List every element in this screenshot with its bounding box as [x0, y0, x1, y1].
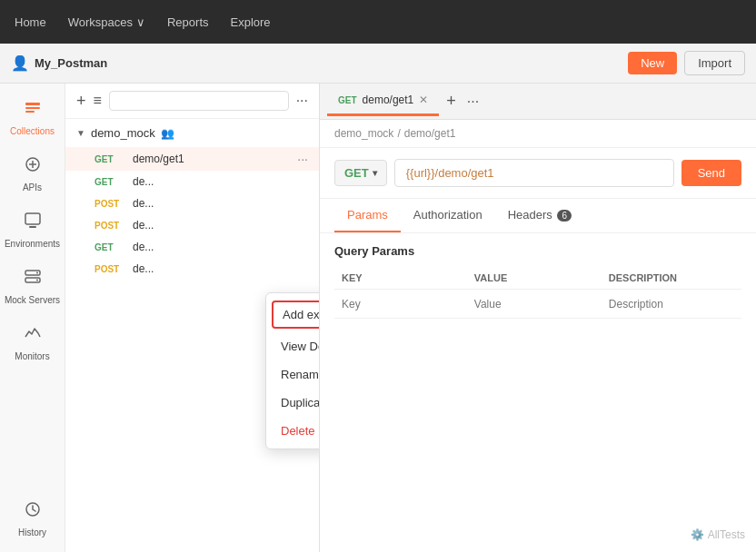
col-description: DESCRIPTION	[602, 267, 741, 290]
param-row	[334, 290, 741, 319]
delete-label: Delete	[281, 424, 315, 438]
method-select[interactable]: GET ▾	[334, 160, 387, 186]
tab-method: GET	[338, 95, 357, 105]
url-bar: GET ▾ Send	[320, 148, 756, 199]
request-name-5: de...	[133, 241, 308, 253]
breadcrumb-separator: /	[397, 127, 400, 140]
add-collection-button[interactable]: +	[76, 92, 86, 111]
tab-add-button[interactable]: +	[439, 92, 463, 111]
method-badge-post2: POST	[94, 221, 127, 231]
tab-authorization[interactable]: Authorization	[401, 199, 495, 232]
query-params-title: Query Params	[334, 244, 741, 258]
request-name-6: de...	[133, 262, 308, 275]
collection-item[interactable]: ▼ demo_mock 👥	[65, 119, 319, 147]
request-item-get1[interactable]: GET demo/get1 ···	[65, 147, 319, 171]
search-input[interactable]	[109, 91, 289, 111]
monitors-label: Monitors	[15, 351, 49, 361]
new-button[interactable]: New	[628, 52, 677, 74]
request-name: demo/get1	[133, 153, 292, 165]
url-input[interactable]	[394, 159, 674, 187]
svg-rect-1	[25, 107, 40, 109]
nav-home[interactable]: Home	[15, 12, 46, 33]
main-area: Collections APIs Environments	[0, 84, 756, 552]
request-name-4: de...	[133, 219, 308, 232]
history-icon	[23, 499, 43, 524]
second-bar: 👤 My_Postman New Import	[0, 44, 756, 84]
add-example-label: Add example	[283, 308, 320, 321]
breadcrumb-request[interactable]: demo/get1	[404, 127, 456, 140]
method-badge-get2: GET	[94, 177, 127, 187]
filter-button[interactable]: ≡	[94, 93, 102, 109]
watermark-text: AllTests	[708, 528, 745, 541]
request-more-button[interactable]: ···	[297, 152, 308, 166]
svg-rect-4	[25, 213, 40, 224]
sidebar-item-mock-servers[interactable]: Mock Servers	[0, 260, 65, 312]
request-tabs: Params Authorization Headers 6	[320, 199, 756, 233]
tab-close-button[interactable]: ✕	[419, 94, 428, 106]
breadcrumb-collection[interactable]: demo_mock	[334, 127, 393, 140]
chevron-down-icon: ▼	[76, 128, 85, 138]
context-delete[interactable]: Delete ⌫	[266, 417, 320, 445]
person-icon: 👤	[11, 54, 29, 72]
sidebar-item-collections[interactable]: Collections	[0, 91, 65, 143]
send-button[interactable]: Send	[681, 160, 741, 186]
workspace-label[interactable]: 👤 My_Postman	[11, 54, 107, 72]
tab-more-button[interactable]: ···	[463, 94, 482, 110]
collaboration-icon: 👥	[161, 127, 174, 140]
nav-explore[interactable]: Explore	[231, 12, 271, 33]
context-add-example[interactable]: Add example	[272, 301, 320, 329]
svg-point-9	[36, 280, 38, 281]
request-item-5[interactable]: GET de...	[65, 236, 319, 258]
svg-rect-2	[25, 111, 35, 113]
method-badge-post1: POST	[94, 199, 127, 209]
tab-params[interactable]: Params	[334, 199, 401, 232]
sidebar-item-monitors[interactable]: Monitors	[0, 316, 65, 369]
context-rename[interactable]: Rename ⌘E	[266, 360, 320, 389]
method-chevron-icon: ▾	[373, 168, 377, 178]
collections-panel: + ≡ ··· ▼ demo_mock 👥 GET demo/get1 ··· …	[65, 84, 320, 552]
svg-rect-5	[29, 226, 36, 228]
request-item-3[interactable]: POST de...	[65, 192, 319, 214]
panel-toolbar: + ≡ ···	[65, 84, 319, 119]
tab-bar: GET demo/get1 ✕ + ···	[320, 84, 756, 120]
nav-reports[interactable]: Reports	[167, 12, 209, 33]
watermark: ⚙️ AllTests	[691, 528, 745, 541]
right-panel: GET demo/get1 ✕ + ··· demo_mock / demo/g…	[320, 84, 756, 552]
description-input[interactable]	[609, 298, 734, 310]
sidebar-item-environments[interactable]: Environments	[0, 203, 65, 256]
tab-headers[interactable]: Headers 6	[495, 199, 584, 232]
monitors-icon	[23, 323, 43, 348]
method-badge-post3: POST	[94, 264, 127, 274]
request-item-4[interactable]: POST de...	[65, 214, 319, 236]
context-view-docs[interactable]: View Documentation	[266, 332, 320, 360]
collections-icon	[23, 98, 43, 123]
query-params-section: Query Params KEY VALUE DESCRIPTION	[320, 233, 756, 330]
mock-servers-label: Mock Servers	[5, 295, 60, 305]
sidebar-item-apis[interactable]: APIs	[0, 147, 65, 200]
apis-label: APIs	[23, 182, 42, 192]
svg-point-8	[36, 272, 38, 274]
sidebar-item-history[interactable]: History	[0, 492, 65, 545]
col-value: VALUE	[467, 267, 602, 290]
nav-workspaces[interactable]: Workspaces ∨	[68, 12, 145, 33]
value-input[interactable]	[474, 298, 594, 310]
environments-label: Environments	[5, 239, 60, 249]
breadcrumb: demo_mock / demo/get1	[320, 120, 756, 148]
duplicate-label: Duplicate	[281, 396, 320, 409]
method-badge-get3: GET	[94, 242, 127, 252]
context-menu: Add example View Documentation Rename ⌘E…	[265, 292, 320, 449]
rename-label: Rename	[281, 368, 320, 381]
apis-icon	[23, 154, 43, 179]
panel-more-button[interactable]: ···	[296, 93, 308, 109]
mock-servers-icon	[23, 267, 43, 291]
selected-method: GET	[344, 166, 369, 180]
import-button[interactable]: Import	[684, 51, 745, 75]
method-badge-get: GET	[94, 154, 127, 164]
context-duplicate[interactable]: Duplicate ⌘D	[266, 389, 320, 417]
view-docs-label: View Documentation	[281, 340, 320, 353]
request-item-6[interactable]: POST de...	[65, 258, 319, 280]
key-input[interactable]	[342, 298, 460, 310]
request-item-2[interactable]: GET de...	[65, 171, 319, 192]
headers-count-badge: 6	[557, 210, 572, 222]
active-tab[interactable]: GET demo/get1 ✕	[327, 86, 439, 116]
